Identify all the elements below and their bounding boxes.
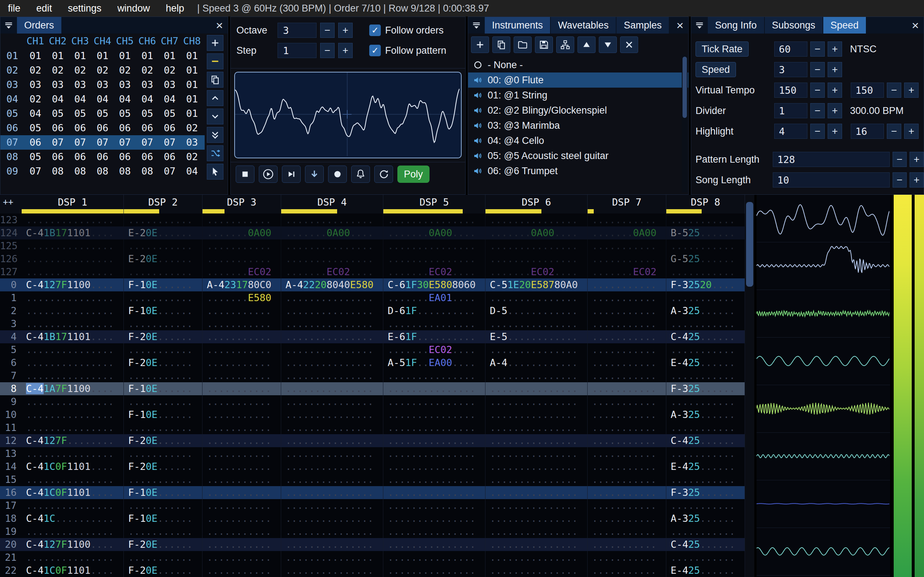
follow-pattern-checkbox[interactable]: ✓ Follow pattern	[369, 45, 446, 56]
pattern-cell[interactable]: D-61F..........	[383, 305, 485, 318]
pattern-cell[interactable]: ...............	[485, 213, 588, 226]
order-cell[interactable]: 01	[91, 49, 114, 63]
pattern-cell[interactable]: F-10E......	[124, 305, 202, 318]
menu-item-edit[interactable]: edit	[29, 3, 60, 14]
pattern-cell[interactable]: ...........	[124, 213, 202, 226]
order-cell[interactable]: 06	[69, 121, 91, 135]
pattern-cell[interactable]: ...........	[588, 292, 666, 305]
pattern-cell[interactable]: ...............	[22, 499, 124, 512]
pattern-cell[interactable]: ...........	[588, 512, 666, 525]
pattern-cell[interactable]: ...............	[22, 318, 124, 330]
highlight-first-plus-button[interactable]: +	[828, 124, 842, 139]
pattern-cell[interactable]: ...........	[666, 395, 745, 408]
panel-menu-icon[interactable]	[691, 17, 708, 34]
pattern-cell[interactable]: ...........	[202, 253, 281, 266]
pattern-cell[interactable]: ...........	[588, 408, 666, 421]
pattern-cell[interactable]: ...............	[22, 447, 124, 460]
pattern-cell[interactable]: ...........	[588, 525, 666, 538]
metronome-button[interactable]	[351, 166, 370, 183]
pattern-cell[interactable]: ...........	[588, 395, 666, 408]
pattern-cell[interactable]: .......0A00....	[383, 226, 485, 239]
order-cell[interactable]: 03	[47, 77, 69, 92]
pattern-cell[interactable]: F-20E......	[124, 434, 202, 447]
speed-plus-button[interactable]: +	[828, 62, 842, 77]
pattern-cell[interactable]: ...........	[588, 421, 666, 434]
pattern-cell[interactable]: ...........	[124, 239, 202, 253]
order-cell[interactable]: 07	[91, 135, 114, 150]
order-cell[interactable]: 06	[158, 121, 181, 135]
pattern-cell[interactable]: .......0A00	[202, 226, 281, 239]
virtual-tempo-denominator-plus-button[interactable]: +	[904, 82, 919, 98]
pattern-scrollbar-thumb[interactable]	[746, 202, 753, 287]
pattern-cell[interactable]: .......EC02....	[383, 343, 485, 356]
pattern-cell[interactable]: ...............	[281, 305, 383, 318]
pattern-cell[interactable]: .......0A00	[588, 226, 666, 239]
remove-order-button[interactable]	[207, 53, 223, 69]
pattern-cell[interactable]: ...............	[281, 447, 383, 460]
pattern-cell[interactable]: ...........	[588, 343, 666, 356]
pattern-cell[interactable]: .......EC02....	[485, 266, 588, 279]
pattern-cell[interactable]: ...............	[281, 292, 383, 305]
pattern-cell[interactable]: ...........	[202, 460, 281, 473]
move-instrument-down-button[interactable]	[599, 36, 617, 53]
step-one-row-button[interactable]	[305, 166, 324, 183]
pattern-cell[interactable]: ...........	[666, 292, 745, 305]
order-cell[interactable]: 04	[136, 92, 158, 106]
order-cell[interactable]: 02	[181, 150, 203, 164]
tab-speed[interactable]: Speed	[823, 17, 866, 34]
close-icon[interactable]: ×	[907, 17, 924, 34]
pattern-cell[interactable]: A-325......	[666, 408, 745, 421]
pattern-cell[interactable]: ...............	[383, 408, 485, 421]
pattern-cell[interactable]: .......EC02	[202, 266, 281, 279]
order-cell[interactable]: 06	[114, 121, 136, 135]
pattern-cell[interactable]: C-425......	[666, 434, 745, 447]
octave-plus-button[interactable]: +	[338, 23, 353, 38]
pattern-cell[interactable]: ...............	[485, 486, 588, 499]
order-cell[interactable]: 03	[114, 77, 136, 92]
pattern-cell[interactable]: ...............	[281, 356, 383, 369]
tab-orders[interactable]: Orders	[17, 17, 61, 34]
pattern-cell[interactable]: ...............	[485, 473, 588, 486]
order-cell[interactable]: 01	[181, 106, 203, 121]
pattern-cell[interactable]: C-41C0F1101....	[22, 564, 124, 577]
order-cell[interactable]: 01	[47, 49, 69, 63]
add-instrument-button[interactable]	[471, 36, 489, 53]
order-cell[interactable]: 06	[91, 150, 114, 164]
pattern-cell[interactable]: .......EC02	[588, 266, 666, 279]
octave-minus-button[interactable]: −	[320, 23, 334, 38]
order-cell[interactable]: 02	[24, 92, 47, 106]
pattern-cell[interactable]: C-41A7F1100....	[22, 382, 124, 395]
pattern-cell[interactable]: .......E580	[202, 292, 281, 305]
pattern-cell[interactable]: ...........	[666, 266, 745, 279]
instrument-folder-view-button[interactable]	[556, 36, 574, 53]
pattern-length-plus-button[interactable]: +	[909, 152, 924, 167]
pattern-cell[interactable]: ...............	[281, 499, 383, 512]
pattern-cell[interactable]: ...............	[485, 538, 588, 551]
pattern-cell[interactable]: .......EC02....	[383, 266, 485, 279]
pattern-cell[interactable]: ...............	[383, 213, 485, 226]
order-cell[interactable]: 02	[24, 63, 47, 77]
order-cell[interactable]: 05	[69, 106, 91, 121]
order-cell[interactable]: 01	[181, 92, 203, 106]
delete-instrument-button[interactable]	[620, 36, 638, 53]
pattern-cell[interactable]: F-10E......	[124, 486, 202, 499]
pattern-cell[interactable]: ...............	[383, 382, 485, 395]
step-minus-button[interactable]: −	[320, 43, 334, 58]
instrument-item[interactable]: 01: @1 String	[468, 88, 688, 103]
pattern-cell[interactable]: ...........	[666, 343, 745, 356]
pattern-cell[interactable]: F-20E......	[124, 538, 202, 551]
pattern-cell[interactable]: ...........	[124, 447, 202, 460]
menu-item-settings[interactable]: settings	[60, 3, 109, 14]
pattern-cell[interactable]: ...........	[202, 408, 281, 421]
channel-expand-toggle[interactable]: ++	[0, 195, 22, 209]
poly-button[interactable]: Poly	[397, 166, 430, 183]
order-cell[interactable]: 07	[158, 164, 181, 179]
pattern-cell[interactable]: F-32520....	[666, 279, 745, 292]
order-cell[interactable]: 07	[69, 135, 91, 150]
pattern-cell[interactable]: ...........	[202, 421, 281, 434]
pattern-cell[interactable]: .......0A00....	[281, 226, 383, 239]
pattern-cell[interactable]: ...............	[485, 434, 588, 447]
order-cell[interactable]: 01	[24, 49, 47, 63]
pattern-cell[interactable]: ...............	[22, 213, 124, 226]
pattern-cell[interactable]: ...........	[202, 356, 281, 369]
